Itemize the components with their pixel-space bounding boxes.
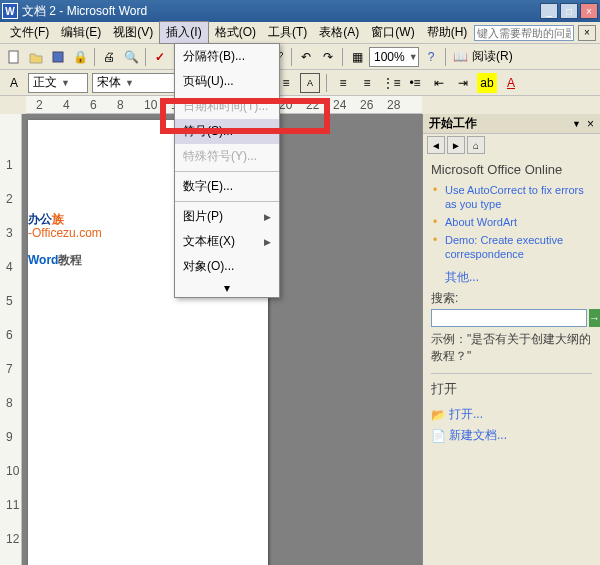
menu-item[interactable]: 对象(O)... — [175, 254, 279, 279]
indent-increase-icon[interactable]: ⇥ — [453, 73, 473, 93]
style-combo[interactable]: 正文▼ — [28, 73, 88, 93]
table-insert-icon[interactable]: ▦ — [347, 47, 367, 67]
taskpane-dropdown-icon[interactable]: ▼ — [572, 119, 581, 129]
task-pane: 开始工作 ▼ × ◄ ► ⌂ Microsoft Office Online U… — [422, 114, 600, 565]
svg-rect-0 — [9, 51, 18, 63]
tp-link-autocorrect[interactable]: Use AutoCorrect to fix errors as you typ… — [445, 184, 584, 210]
indent-decrease-icon[interactable]: ⇤ — [429, 73, 449, 93]
menu-item[interactable]: 分隔符(B)... — [175, 44, 279, 69]
folder-open-icon: 📂 — [431, 408, 445, 422]
styles-pane-icon[interactable]: A — [4, 73, 24, 93]
menu-item[interactable]: 数字(E)... — [175, 174, 279, 199]
new-doc-small-icon: 📄 — [431, 429, 445, 443]
number-list-icon[interactable]: ⋮≡ — [381, 73, 401, 93]
menu-item[interactable]: 文本框(X)▶ — [175, 229, 279, 254]
word-app-icon: W — [2, 3, 18, 19]
menu-window[interactable]: 窗口(W) — [365, 22, 420, 43]
menu-edit[interactable]: 编辑(E) — [55, 22, 107, 43]
menu-insert[interactable]: 插入(I) — [159, 21, 208, 44]
menu-item[interactable]: 符号(S)... — [175, 119, 279, 144]
print-icon[interactable]: 🖨 — [99, 47, 119, 67]
align-left-icon[interactable]: ≡ — [333, 73, 353, 93]
menu-tools[interactable]: 工具(T) — [262, 22, 313, 43]
doc-close-button[interactable]: × — [578, 25, 596, 41]
save-icon[interactable] — [48, 47, 68, 67]
standard-toolbar: 🔒 🖨 🔍 ✓ 📕 ✂ 📋 📄 🖌 ↶ ↷ ▦ 100%▼ ? 📖 阅读(R) — [0, 44, 600, 70]
new-doc-icon[interactable] — [4, 47, 24, 67]
align-center-icon[interactable]: ≡ — [357, 73, 377, 93]
tp-link-wordart[interactable]: About WordArt — [445, 216, 517, 228]
new-doc-link[interactable]: 📄新建文档... — [431, 425, 592, 446]
menu-bar: 文件(F) 编辑(E) 视图(V) 插入(I) 格式(O) 工具(T) 表格(A… — [0, 22, 600, 44]
svg-rect-1 — [53, 52, 63, 62]
read-mode-icon[interactable]: 📖 — [450, 47, 470, 67]
help-icon[interactable]: ? — [421, 47, 441, 67]
search-example: 示例："是否有关于创建大纲的教程？" — [431, 331, 592, 365]
taskpane-title: 开始工作 — [429, 115, 568, 132]
font-combo[interactable]: 宋体▼ — [92, 73, 182, 93]
bullet-list-icon[interactable]: •≡ — [405, 73, 425, 93]
search-go-button[interactable]: → — [589, 309, 600, 327]
tp-link-more[interactable]: 其他... — [431, 269, 592, 286]
zoom-combo[interactable]: 100%▼ — [369, 47, 419, 67]
menu-table[interactable]: 表格(A) — [313, 22, 365, 43]
tp-link-demo[interactable]: Demo: Create executive correspondence — [445, 234, 563, 260]
highlight-icon[interactable]: ab — [477, 73, 497, 93]
open-icon[interactable] — [26, 47, 46, 67]
undo-icon[interactable]: ↶ — [296, 47, 316, 67]
spellcheck-icon[interactable]: ✓ — [150, 47, 170, 67]
menu-item[interactable]: 页码(U)... — [175, 69, 279, 94]
taskpane-back-icon[interactable]: ◄ — [427, 136, 445, 154]
open-heading: 打开 — [431, 380, 592, 398]
help-search-input[interactable] — [474, 25, 574, 41]
insert-menu-dropdown: 分隔符(B)...页码(U)...日期和时间(T)...符号(S)...特殊符号… — [174, 43, 280, 298]
window-title: 文档 2 - Microsoft Word — [22, 3, 540, 20]
menu-expand-icon[interactable]: ▾ — [175, 279, 279, 297]
read-label[interactable]: 阅读(R) — [472, 48, 513, 65]
menu-item[interactable]: 图片(P)▶ — [175, 204, 279, 229]
menu-item[interactable]: 特殊符号(Y)... — [175, 144, 279, 169]
permission-icon[interactable]: 🔒 — [70, 47, 90, 67]
redo-icon[interactable]: ↷ — [318, 47, 338, 67]
watermark-logo: 办公族 -Officezu.com Word教程 — [28, 196, 102, 269]
print-preview-icon[interactable]: 🔍 — [121, 47, 141, 67]
maximize-button[interactable]: □ — [560, 3, 578, 19]
taskpane-forward-icon[interactable]: ► — [447, 136, 465, 154]
close-button[interactable]: × — [580, 3, 598, 19]
taskpane-search-input[interactable] — [431, 309, 587, 327]
font-color-icon[interactable]: A — [501, 73, 521, 93]
open-file-link[interactable]: 📂打开... — [431, 404, 592, 425]
formatting-toolbar: A 正文▼ 宋体▼ B I U ≡ A ≡ ≡ ⋮≡ •≡ ⇤ ⇥ ab A — [0, 70, 600, 96]
menu-format[interactable]: 格式(O) — [209, 22, 262, 43]
menu-file[interactable]: 文件(F) — [4, 22, 55, 43]
menu-view[interactable]: 视图(V) — [107, 22, 159, 43]
taskpane-close-icon[interactable]: × — [587, 117, 594, 131]
vertical-ruler[interactable]: 123456789101112 — [0, 114, 22, 565]
menu-help[interactable]: 帮助(H) — [421, 22, 474, 43]
menu-item[interactable]: 日期和时间(T)... — [175, 94, 279, 119]
office-online-heading: Microsoft Office Online — [431, 162, 592, 177]
char-border-icon[interactable]: A — [300, 73, 320, 93]
search-label: 搜索: — [431, 290, 592, 307]
minimize-button[interactable]: _ — [540, 3, 558, 19]
window-titlebar: W 文档 2 - Microsoft Word _ □ × — [0, 0, 600, 22]
taskpane-home-icon[interactable]: ⌂ — [467, 136, 485, 154]
